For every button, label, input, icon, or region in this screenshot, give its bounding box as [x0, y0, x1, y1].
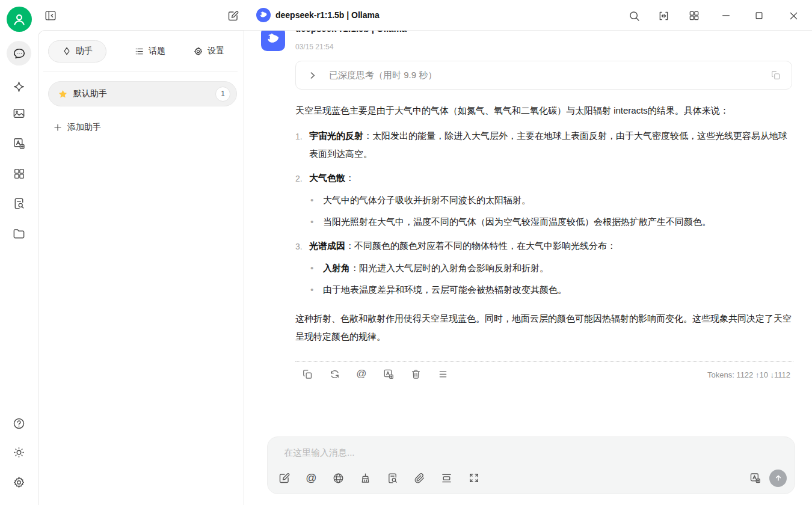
whale-icon [259, 10, 268, 20]
chevron-right-icon [307, 70, 318, 81]
list-icon [134, 46, 144, 57]
assistant-name: 默认助手 [73, 88, 215, 99]
rail-item-chat[interactable] [7, 41, 31, 66]
minimize-button[interactable] [719, 9, 733, 22]
translate-icon [383, 368, 395, 380]
tab-label: 设置 [208, 46, 224, 57]
translate-button[interactable] [383, 368, 395, 380]
maximize-button[interactable] [752, 9, 766, 22]
rail-item-help[interactable] [12, 417, 26, 430]
collapse-sidebar-button[interactable] [44, 9, 57, 22]
list-item-text: ：太阳发出的能量，除进入大气层外，主要在地球上表面反射，由于大气密度较低，这些光… [309, 130, 787, 159]
copy-button[interactable] [301, 368, 313, 380]
tab-assistants[interactable]: 助手 [48, 40, 106, 63]
tab-settings[interactable]: 设置 [193, 46, 224, 57]
new-topic-button[interactable] [278, 472, 291, 485]
bullet-text: ：阳光进入大气层时的入射角会影响反射和折射。 [350, 263, 549, 273]
plus-icon [53, 123, 63, 132]
apps-grid-icon [13, 167, 26, 180]
token-usage: Tokens: 1122 ↑10 ↓1112 [707, 370, 790, 379]
panel-tabs: 助手 话题 设置 [38, 31, 244, 72]
more-menu-button[interactable] [437, 368, 449, 380]
deep-thinking-collapse[interactable]: 已深度思考（用时 9.9 秒） [295, 61, 792, 90]
app-logo-whale [256, 8, 271, 22]
rail-item-theme[interactable] [12, 445, 26, 459]
clear-context-button[interactable] [359, 472, 372, 485]
bullet-item: • 入射角：阳光进入大气层时的入射角会影响反射和折射。 [310, 259, 796, 277]
translate-input-button[interactable] [749, 472, 761, 485]
bullet-glyph: • [310, 191, 323, 209]
assistant-item-default[interactable]: 默认助手 1 [48, 81, 237, 106]
close-icon [788, 10, 799, 22]
theme-sun-icon [12, 445, 26, 459]
bullet-glyph: • [310, 259, 323, 277]
message-input[interactable] [284, 444, 777, 460]
mini-apps-button[interactable] [687, 9, 701, 22]
message-paragraph: 天空呈现蓝色主要是由于大气中的气体（如氮气、氧气和二氧化碳）与太阳辐射 inte… [295, 102, 796, 120]
fit-window-button[interactable] [657, 9, 670, 22]
rail-item-knowledge[interactable] [12, 197, 26, 210]
collapse-sidebar-icon [44, 9, 57, 22]
bullet-item: • 大气中的气体分子吸收并折射不同波长的太阳辐射。 [310, 191, 796, 209]
add-assistant-button[interactable]: 添加助手 [48, 118, 106, 136]
rail-item-images[interactable] [12, 106, 26, 120]
list-number: 3. [295, 237, 309, 256]
knowledge-base-button[interactable] [386, 472, 399, 485]
attachment-icon [413, 472, 426, 485]
rail-item-agents[interactable] [12, 80, 26, 94]
help-icon [12, 417, 26, 430]
translate-icon [749, 471, 761, 485]
send-button[interactable] [769, 470, 787, 487]
menu-icon [437, 369, 449, 380]
tab-topics[interactable]: 话题 [134, 46, 165, 57]
input-toolbar: @ [278, 468, 787, 488]
expand-input-button[interactable] [467, 472, 480, 485]
send-arrow-icon [774, 473, 783, 483]
app-title-text: deepseek-r1:1.5b | Ollama [275, 10, 380, 20]
copy-icon[interactable] [770, 70, 781, 81]
list-item-title: 宇宙光的反射 [309, 130, 363, 141]
folder-icon [12, 227, 26, 240]
delete-button[interactable] [410, 368, 422, 380]
mention-model-button[interactable]: @ [305, 472, 318, 485]
user-avatar[interactable] [7, 7, 32, 32]
bullet-text: 当阳光照射在大气中，温度不同的气体（因为空气较湿而温度较低）会根据热扩散产生不同… [323, 216, 711, 227]
window-title: deepseek-r1:1.5b | Ollama [256, 8, 380, 22]
assistants-panel: 助手 话题 设置 默认助手 1 添加助手 [38, 30, 244, 505]
bullet-item: • 当阳光照射在大气中，温度不同的气体（因为空气较湿而温度较低）会根据热扩散产生… [310, 213, 796, 231]
rail-item-files[interactable] [12, 227, 26, 240]
message-timestamp: 03/15 21:54 [295, 43, 333, 51]
gear-icon [193, 46, 203, 57]
list-item-1: 1. 宇宙光的反射：太阳发出的能量，除进入大气层外，主要在地球上表面反射，由于大… [295, 127, 796, 163]
rail-item-settings[interactable] [12, 476, 26, 489]
context-divider-button[interactable] [440, 472, 453, 485]
search-button[interactable] [627, 9, 641, 22]
assistant-message-avatar [261, 30, 285, 51]
message-paragraph: 这种折射、色散和散射作用使得天空呈现蓝色。同时，地面云层的颜色可能因热辐射的影响… [295, 310, 796, 346]
bullet-title: 入射角 [323, 263, 350, 273]
new-chat-button[interactable] [226, 9, 239, 22]
web-search-button[interactable] [332, 472, 345, 485]
left-rail [0, 30, 38, 505]
chat-area: deepseek-r1:1.5b | Ollama 03/15 21:54 已深… [244, 30, 812, 505]
tab-label: 助手 [76, 46, 93, 57]
attachment-button[interactable] [413, 472, 426, 485]
regenerate-button[interactable] [328, 368, 340, 380]
diamond-icon [62, 46, 72, 56]
tabs-divider [43, 72, 238, 72]
close-button[interactable] [787, 9, 800, 22]
chat-icon [12, 46, 26, 61]
rail-item-apps[interactable] [12, 167, 26, 180]
list-item-3: 3. 光谱成因：不同颜色的颜色对应着不同的物体特性，在大气中影响光线分布： [295, 237, 796, 256]
mention-button[interactable]: @ [355, 368, 368, 380]
list-item-2: 2. 大气色散： [295, 169, 796, 188]
sparkle-icon [12, 80, 26, 94]
list-item-text: ： [345, 173, 354, 183]
context-divider-icon [440, 472, 453, 485]
translate-icon [12, 136, 26, 150]
bullet-item: • 由于地表温度差异和环境，云层可能会被热辐射改变其颜色。 [310, 281, 796, 299]
message-input-card: @ [267, 436, 795, 494]
list-number: 2. [295, 169, 309, 188]
tab-label: 话题 [149, 46, 165, 57]
rail-item-translate[interactable] [12, 136, 26, 150]
